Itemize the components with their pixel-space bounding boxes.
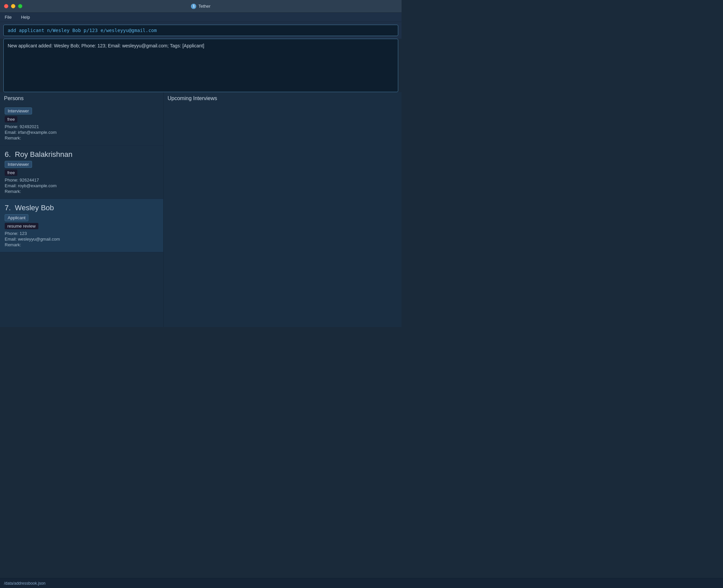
app-icon: 1 bbox=[191, 4, 196, 9]
tag-interviewer-5: Interviewer bbox=[5, 107, 32, 114]
person-email-5: Email: irfan@example.com bbox=[5, 130, 159, 135]
persons-panel-header: Persons bbox=[0, 92, 163, 104]
list-item[interactable]: 6. Roy Balakrishnan Interviewer free Pho… bbox=[0, 146, 163, 199]
output-area: New applicant added: Wesley Bob; Phone: … bbox=[3, 39, 398, 92]
tag-applicant-7: Applicant bbox=[5, 214, 28, 221]
window-title-area: 1 Tether bbox=[191, 4, 210, 9]
person-email-7: Email: wesleyyu@gmail.com bbox=[5, 237, 159, 241]
person-name-7: 7. Wesley Bob bbox=[5, 204, 159, 212]
traffic-lights bbox=[4, 4, 22, 8]
menu-help[interactable]: Help bbox=[19, 14, 32, 20]
command-area bbox=[0, 22, 401, 39]
menu-file[interactable]: File bbox=[3, 14, 14, 20]
list-item[interactable]: 7. Wesley Bob Applicant resume review Ph… bbox=[0, 199, 163, 252]
person-phone-7: Phone: 123 bbox=[5, 231, 159, 236]
interviews-panel: Upcoming Interviews bbox=[164, 92, 401, 327]
persons-list[interactable]: Interviewer free Phone: 92492021 Email: … bbox=[0, 104, 163, 327]
person-phone-6: Phone: 92624417 bbox=[5, 177, 159, 183]
persons-panel: Persons Interviewer free Phone: 92492021… bbox=[0, 92, 164, 327]
interviews-panel-header: Upcoming Interviews bbox=[164, 92, 401, 104]
menu-bar: File Help bbox=[0, 13, 401, 22]
person-remark-7: Remark: bbox=[5, 242, 159, 247]
status-free-5: free bbox=[5, 116, 17, 123]
title-bar: 1 Tether bbox=[0, 0, 401, 13]
tag-interviewer-6: Interviewer bbox=[5, 161, 32, 168]
person-phone-5: Phone: 92492021 bbox=[5, 124, 159, 129]
list-item[interactable]: Interviewer free Phone: 92492021 Email: … bbox=[0, 104, 163, 146]
output-text: New applicant added: Wesley Bob; Phone: … bbox=[8, 43, 204, 48]
panels-row: Persons Interviewer free Phone: 92492021… bbox=[0, 92, 401, 327]
person-remark-5: Remark: bbox=[5, 135, 159, 141]
command-input[interactable] bbox=[3, 25, 398, 36]
person-email-6: Email: royb@example.com bbox=[5, 183, 159, 188]
window-title: Tether bbox=[198, 4, 210, 9]
maximize-button[interactable] bbox=[18, 4, 22, 8]
close-button[interactable] bbox=[4, 4, 8, 8]
status-resume-7: resume review bbox=[5, 223, 38, 229]
person-remark-6: Remark: bbox=[5, 189, 159, 194]
minimize-button[interactable] bbox=[11, 4, 15, 8]
status-free-6: free bbox=[5, 170, 17, 176]
person-name-6: 6. Roy Balakrishnan bbox=[5, 150, 159, 159]
